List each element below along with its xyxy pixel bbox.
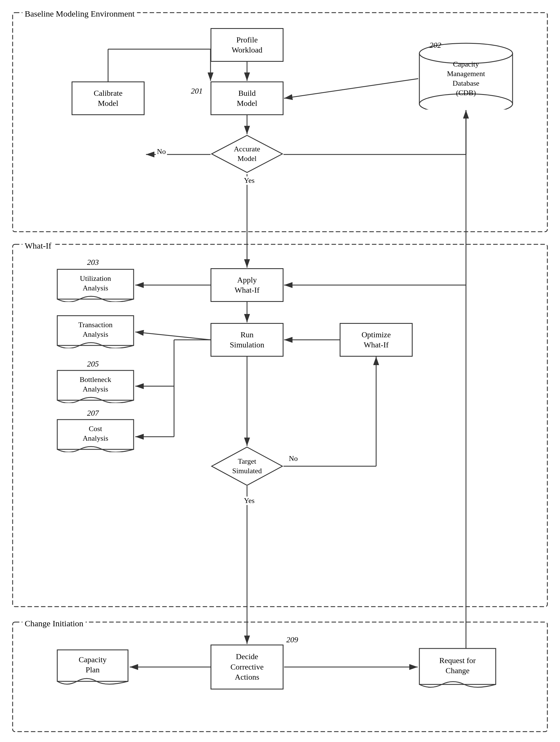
transaction-analysis-node: Transaction Analysis: [56, 315, 135, 348]
decide-corrective-node: Decide Corrective Actions: [211, 644, 283, 689]
ref-202: 202: [430, 41, 441, 50]
profile-workload-label: Profile Workload: [232, 35, 263, 55]
decide-corrective-label: Decide Corrective Actions: [230, 651, 264, 682]
change-label: Change Initiation: [22, 619, 86, 628]
apply-whatif-label: Apply What-If: [235, 275, 260, 296]
build-model-label: Build Model: [237, 88, 257, 109]
ref-207: 207: [87, 409, 99, 418]
svg-line-17: [135, 332, 211, 340]
calibrate-model-label: Calibrate Model: [94, 88, 123, 109]
build-model-node: Build Model: [211, 82, 283, 115]
capacity-db-node: Capacity Management Database (CDB): [418, 42, 514, 110]
accurate-model-label: Accurate Model: [234, 144, 260, 163]
target-simulated-node: Target Simulated: [211, 446, 283, 486]
yes-label-2: Yes: [243, 496, 256, 505]
ref-203: 203: [87, 258, 99, 267]
calibrate-model-node: Calibrate Model: [71, 82, 145, 115]
ref-209: 209: [286, 635, 298, 644]
yes-label-1: Yes: [243, 176, 256, 185]
profile-workload-node: Profile Workload: [211, 28, 283, 62]
run-simulation-label: Run Simulation: [230, 330, 265, 350]
diagram: Baseline Modeling Environment What-If Ch…: [0, 0, 560, 742]
bottleneck-analysis-label: Bottleneck Analysis: [80, 375, 111, 394]
optimize-whatif-label: Optimize What-If: [361, 330, 391, 350]
svg-line-12: [284, 78, 418, 98]
utilization-analysis-label: Utilization Analysis: [80, 274, 111, 293]
capacity-plan-label: Capacity Plan: [78, 655, 107, 675]
optimize-whatif-node: Optimize What-If: [340, 323, 413, 357]
ref-205: 205: [87, 360, 99, 368]
request-change-label: Request for Change: [439, 655, 476, 676]
transaction-analysis-label: Transaction Analysis: [78, 320, 113, 339]
capacity-db-label: Capacity Management Database (CDB): [447, 59, 485, 98]
request-change-node: Request for Change: [418, 647, 497, 689]
baseline-label: Baseline Modeling Environment: [22, 9, 137, 18]
capacity-plan-node: Capacity Plan: [56, 649, 129, 685]
run-simulation-node: Run Simulation: [211, 323, 283, 357]
accurate-model-node: Accurate Model: [211, 134, 283, 173]
bottleneck-analysis-node: Bottleneck Analysis: [56, 369, 135, 403]
apply-whatif-node: Apply What-If: [211, 268, 283, 302]
no-label-1: No: [156, 148, 167, 156]
target-simulated-label: Target Simulated: [232, 457, 262, 476]
whatif-label: What-If: [22, 241, 54, 251]
cost-analysis-node: Cost Analysis: [56, 418, 135, 452]
utilization-analysis-node: Utilization Analysis: [56, 268, 135, 302]
no-label-2: No: [288, 455, 299, 463]
ref-201: 201: [191, 87, 203, 96]
cost-analysis-label: Cost Analysis: [83, 424, 108, 443]
